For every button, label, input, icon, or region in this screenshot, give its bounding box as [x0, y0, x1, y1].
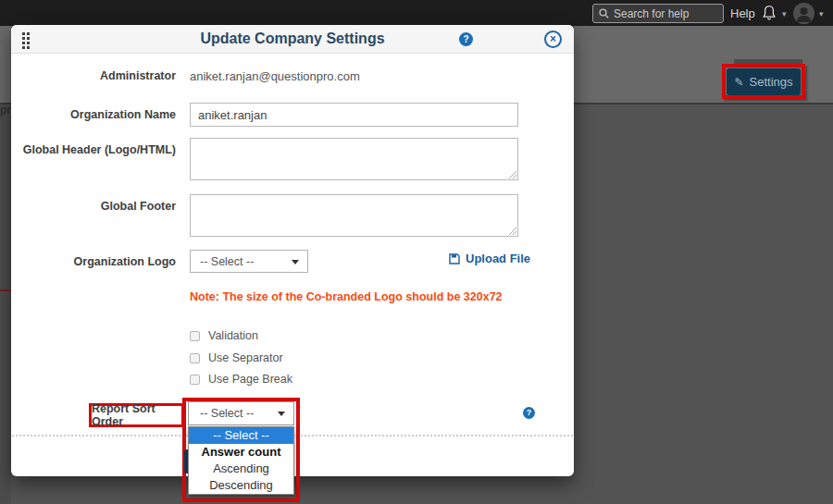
resize-grip-icon[interactable] [509, 227, 516, 235]
pencil-icon: ✎ [734, 76, 743, 89]
report-sort-select-value: -- Select -- [200, 407, 254, 420]
validation-label: Validation [208, 329, 258, 342]
modal-title: Update Company Settings [11, 31, 574, 47]
administrator-label: Administrator [19, 69, 176, 82]
search-placeholder: Search for help [614, 7, 689, 20]
help-link[interactable]: Help [730, 6, 755, 20]
page-divider-right [574, 103, 833, 104]
global-header-textarea[interactable] [190, 138, 518, 180]
organization-name-label: Organization Name [19, 108, 176, 121]
avatar-caret-down-icon[interactable]: ▾ [819, 9, 824, 18]
avatar[interactable] [793, 3, 814, 24]
title-help-icon[interactable]: ? [459, 32, 473, 46]
validation-checkbox-row[interactable]: Validation [190, 329, 258, 342]
global-footer-textarea[interactable] [190, 194, 518, 237]
global-header-label: Global Header (Logo/HTML) [19, 143, 176, 156]
notifications-bell-icon[interactable] [760, 4, 778, 22]
use-page-break-label: Use Page Break [208, 373, 292, 386]
organization-logo-select-value: -- Select -- [200, 255, 254, 268]
settings-button-label: Settings [750, 75, 793, 89]
use-separator-checkbox-row[interactable]: Use Separator [190, 351, 283, 364]
report-sort-options-list: -- Select -- Answer count Ascending Desc… [188, 426, 294, 495]
option-select[interactable]: -- Select -- [189, 427, 293, 444]
upload-file-link[interactable]: Upload File [449, 252, 530, 265]
settings-button[interactable]: ✎ Settings [727, 68, 801, 95]
close-icon[interactable]: × [544, 31, 562, 48]
report-sort-help-icon[interactable]: ? [523, 407, 535, 419]
dimmed-sidebar-strip [0, 104, 11, 504]
report-sort-label-annotation-box: Report Sort Order [89, 403, 184, 427]
upload-file-label: Upload File [466, 252, 530, 265]
organization-name-input[interactable] [190, 103, 518, 127]
report-sort-order-label: Report Sort Order [92, 402, 181, 428]
app-root: Search for help Help ▾ ▾ pr ✎ Settings U [0, 0, 833, 504]
select-arrow-icon [278, 412, 285, 416]
report-sort-select[interactable]: -- Select -- [188, 401, 294, 425]
global-footer-label: Global Footer [19, 200, 176, 213]
upload-file-icon [449, 253, 460, 264]
resize-grip-icon[interactable] [509, 171, 516, 178]
option-descending[interactable]: Descending [189, 477, 293, 494]
background-red-line [0, 289, 11, 291]
dimmed-header-left [0, 26, 11, 104]
bell-caret-down-icon[interactable]: ▾ [782, 9, 787, 18]
use-separator-label: Use Separator [208, 351, 283, 364]
search-icon [599, 8, 609, 18]
organization-logo-select[interactable]: -- Select -- [190, 250, 308, 273]
use-page-break-checkbox[interactable] [190, 375, 200, 385]
use-page-break-checkbox-row[interactable]: Use Page Break [190, 373, 292, 386]
background-text-fragment: pr [0, 104, 11, 117]
administrator-value: aniket.ranjan@questionpro.com [190, 69, 360, 83]
option-ascending[interactable]: Ascending [189, 461, 293, 477]
organization-logo-label: Organization Logo [19, 255, 176, 268]
option-answer-count[interactable]: Answer count [189, 444, 293, 461]
select-arrow-icon [292, 260, 299, 264]
validation-checkbox[interactable] [190, 331, 200, 341]
search-input[interactable]: Search for help [592, 4, 724, 23]
logo-size-note: Note: The size of the Co-branded Logo sh… [190, 290, 503, 303]
use-separator-checkbox[interactable] [190, 353, 200, 363]
